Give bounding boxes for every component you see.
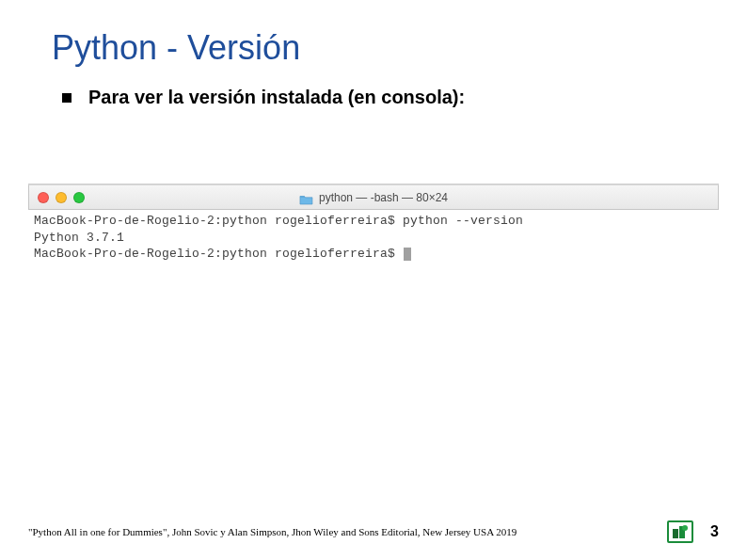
minimize-icon[interactable]	[56, 192, 67, 203]
terminal-title: python — -bash — 80×24	[319, 191, 448, 204]
footer-right: 3	[667, 520, 719, 543]
terminal-window: python — -bash — 80×24 MacBook-Pro-de-Ro…	[28, 184, 719, 268]
window-controls	[38, 192, 85, 203]
titlebar-center: python — -bash — 80×24	[299, 191, 448, 204]
folder-icon	[299, 192, 313, 203]
page-title: Python - Versión	[52, 28, 747, 68]
terminal-line: MacBook-Pro-de-Rogelio-2:python rogeliof…	[34, 213, 713, 230]
cursor-icon	[404, 248, 411, 261]
bullet-marker-icon	[62, 93, 72, 103]
citation-text: "Python All in one for Dummies", John So…	[28, 526, 517, 537]
svg-point-2	[682, 525, 688, 531]
terminal-body[interactable]: MacBook-Pro-de-Rogelio-2:python rogeliof…	[28, 210, 719, 268]
maximize-icon[interactable]	[73, 192, 85, 203]
slide: Python - Versión Para ver la versión ins…	[0, 0, 747, 560]
terminal-line: Python 3.7.1	[34, 230, 713, 247]
logo-icon	[667, 520, 693, 543]
page-number: 3	[710, 523, 719, 540]
footer: "Python All in one for Dummies", John So…	[28, 520, 719, 543]
close-icon[interactable]	[38, 192, 49, 203]
bullet-item: Para ver la versión instalada (en consol…	[62, 87, 747, 108]
terminal-titlebar: python — -bash — 80×24	[28, 184, 719, 210]
bullet-text: Para ver la versión instalada (en consol…	[88, 87, 465, 108]
terminal-line: MacBook-Pro-de-Rogelio-2:python rogeliof…	[34, 246, 713, 263]
svg-rect-0	[673, 529, 678, 538]
